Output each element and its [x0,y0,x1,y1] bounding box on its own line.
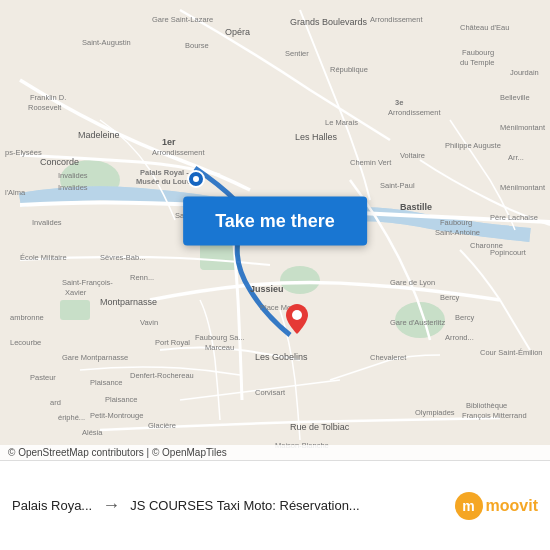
svg-text:Faubourg: Faubourg [440,218,472,227]
svg-text:Arrondissement: Arrondissement [370,15,423,24]
svg-text:Madeleine: Madeleine [78,130,120,140]
svg-text:Opéra: Opéra [225,27,250,37]
svg-text:Belleville: Belleville [500,93,530,102]
svg-text:Port Royal: Port Royal [155,338,190,347]
svg-text:Alésia: Alésia [82,428,103,437]
moovit-logo-icon: m [455,492,483,520]
svg-text:École Militaire: École Militaire [20,253,67,262]
svg-text:3e: 3e [395,98,403,107]
svg-text:l'Alma: l'Alma [5,188,26,197]
svg-rect-5 [60,300,90,320]
svg-text:Corvisart: Corvisart [255,388,286,397]
svg-text:Concorde: Concorde [40,157,79,167]
svg-text:Bercy: Bercy [440,293,459,302]
svg-text:Voltaire: Voltaire [400,151,425,160]
map-container: Gare Saint-Lazare Saint-Augustin Opéra G… [0,0,550,460]
svg-text:Arrondissement: Arrondissement [388,108,441,117]
svg-text:Marceau: Marceau [205,343,234,352]
moovit-logo: m moovit [455,492,538,520]
svg-text:Invalides: Invalides [58,183,88,192]
svg-text:Château d'Eau: Château d'Eau [460,23,509,32]
svg-text:Invalides: Invalides [32,218,62,227]
footer-destination: JS COURSES Taxi Moto: Réservation... [130,498,444,513]
svg-text:Vavin: Vavin [140,318,158,327]
svg-text:Arr...: Arr... [508,153,524,162]
svg-text:Jussieu: Jussieu [250,284,284,294]
svg-text:Chemin Vert: Chemin Vert [350,158,392,167]
svg-text:Palais Royal -: Palais Royal - [140,168,189,177]
svg-text:Bastille: Bastille [400,202,432,212]
svg-text:Jourdain: Jourdain [510,68,539,77]
svg-text:Philippe Auguste: Philippe Auguste [445,141,501,150]
svg-text:Glacière: Glacière [148,421,176,430]
svg-text:ambronne: ambronne [10,313,44,322]
svg-text:Le Marais: Le Marais [325,118,358,127]
svg-point-4 [280,266,320,294]
svg-text:Lecourbe: Lecourbe [10,338,41,347]
svg-text:Plaisance: Plaisance [90,378,123,387]
svg-text:Pasteur: Pasteur [30,373,56,382]
footer-arrow-icon: → [102,495,120,516]
svg-text:Xavier: Xavier [65,288,87,297]
svg-text:1er: 1er [162,137,176,147]
svg-text:Arrond...: Arrond... [445,333,474,342]
svg-text:Saint-François-: Saint-François- [62,278,113,287]
take-me-there-button[interactable]: Take me there [183,196,367,245]
svg-text:Plaisance: Plaisance [105,395,138,404]
svg-text:Faubourg: Faubourg [462,48,494,57]
svg-text:Bourse: Bourse [185,41,209,50]
svg-text:Bercy: Bercy [455,313,474,322]
svg-text:Gare Saint-Lazare: Gare Saint-Lazare [152,15,213,24]
svg-text:Faubourg Sa...: Faubourg Sa... [195,333,245,342]
svg-text:Les Gobelins: Les Gobelins [255,352,308,362]
svg-text:Les Halles: Les Halles [295,132,338,142]
svg-text:Saint-Augustin: Saint-Augustin [82,38,131,47]
svg-text:ard: ard [50,398,61,407]
svg-text:Charonne: Charonne [470,241,503,250]
svg-text:Ménilmontant: Ménilmontant [500,123,546,132]
svg-text:Cour Saint-Émilion: Cour Saint-Émilion [480,348,543,357]
svg-text:Denfert-Rochereau: Denfert-Rochereau [130,371,194,380]
svg-text:ériphé...: ériphé... [58,413,85,422]
svg-text:ps-Elysées: ps-Elysées [5,148,42,157]
map-attribution: © OpenStreetMap contributors | © OpenMap… [0,445,550,460]
svg-text:Gare d'Austerlitz: Gare d'Austerlitz [390,318,445,327]
svg-text:Petit-Montrouge: Petit-Montrouge [90,411,143,420]
svg-text:Sèvres-Bab...: Sèvres-Bab... [100,253,145,262]
svg-text:Olympiades: Olympiades [415,408,455,417]
svg-text:Gare Montparnasse: Gare Montparnasse [62,353,128,362]
svg-text:Arrondissement: Arrondissement [152,148,205,157]
svg-point-91 [292,310,302,320]
svg-text:Grands Boulevards: Grands Boulevards [290,17,368,27]
svg-text:Franklin D.: Franklin D. [30,93,66,102]
svg-text:Saint-Antoine: Saint-Antoine [435,228,480,237]
svg-text:Chevaleret: Chevaleret [370,353,407,362]
svg-text:République: République [330,65,368,74]
footer-origin: Palais Roya... [12,498,92,513]
svg-text:Roosevelt: Roosevelt [28,103,62,112]
svg-text:Renn...: Renn... [130,273,154,282]
svg-text:Sentier: Sentier [285,49,309,58]
svg-point-90 [193,176,199,182]
svg-text:du Temple: du Temple [460,58,494,67]
svg-text:Rue de Tolbiac: Rue de Tolbiac [290,422,350,432]
moovit-m-letter: m [462,498,474,514]
svg-text:Gare de Lyon: Gare de Lyon [390,278,435,287]
origin-marker [187,170,205,188]
svg-text:Bibliothèque: Bibliothèque [466,401,507,410]
svg-text:François Mitterrand: François Mitterrand [462,411,527,420]
svg-text:Ménilmontant: Ménilmontant [500,183,546,192]
footer: Palais Roya... → JS COURSES Taxi Moto: R… [0,460,550,550]
svg-text:Père Lachaise: Père Lachaise [490,213,538,222]
svg-text:Montparnasse: Montparnasse [100,297,157,307]
app: Gare Saint-Lazare Saint-Augustin Opéra G… [0,0,550,550]
destination-marker [286,304,308,334]
svg-text:Invalides: Invalides [58,171,88,180]
moovit-logo-text: moovit [486,497,538,515]
svg-text:Saint-Paul: Saint-Paul [380,181,415,190]
